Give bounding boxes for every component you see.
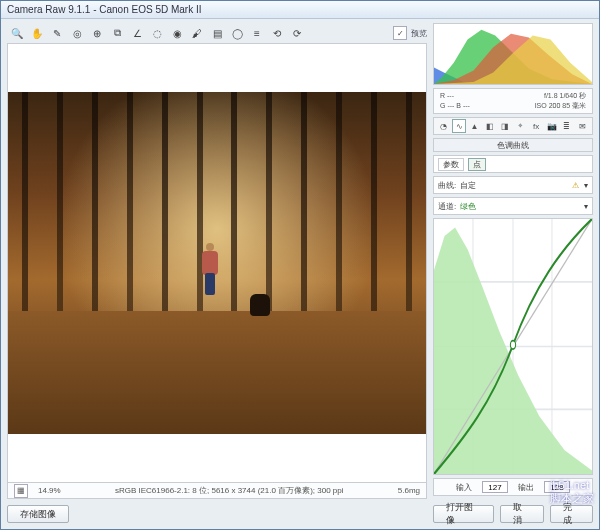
crop-icon[interactable]: ⧉ bbox=[109, 25, 125, 41]
subject-person bbox=[200, 243, 220, 295]
detail-icon[interactable]: ▲ bbox=[468, 119, 481, 133]
left-bottombar: 存储图像 bbox=[7, 499, 427, 525]
lens-icon[interactable]: ⌖ bbox=[514, 119, 527, 133]
rotate-ccw-icon[interactable]: ⟲ bbox=[269, 25, 285, 41]
subject-dog bbox=[250, 294, 270, 316]
preview-toggle[interactable]: ✓ 预览 bbox=[393, 26, 427, 40]
split-icon[interactable]: ◨ bbox=[499, 119, 512, 133]
white-balance-icon[interactable]: ✎ bbox=[49, 25, 65, 41]
chevron-down-icon[interactable]: ▾ bbox=[584, 181, 588, 190]
app-window: Camera Raw 9.1.1 - Canon EOS 5D Mark II … bbox=[0, 0, 600, 530]
curve-input-field[interactable] bbox=[482, 481, 508, 493]
output-label: 输出 bbox=[518, 482, 534, 493]
panel-tabs: ◔∿▲◧◨⌖fx📷≣✉ bbox=[433, 117, 593, 135]
input-label: 输入 bbox=[456, 482, 472, 493]
curve-preset-row: 曲线: 自定 ⚠ ▾ bbox=[433, 176, 593, 194]
open-image-button[interactable]: 打开图像 bbox=[433, 505, 494, 523]
radial-filter-icon[interactable]: ◯ bbox=[229, 25, 245, 41]
preview-checkbox[interactable]: ✓ bbox=[393, 26, 407, 40]
zoom-level[interactable]: 14.9% bbox=[38, 486, 61, 495]
straighten-icon[interactable]: ∠ bbox=[129, 25, 145, 41]
right-pane: R --- f/1.8 1/640 秒 G --- B --- ISO 200 … bbox=[433, 23, 593, 525]
save-image-button[interactable]: 存储图像 bbox=[7, 505, 69, 523]
target-adjust-icon[interactable]: ⊕ bbox=[89, 25, 105, 41]
svg-point-12 bbox=[510, 341, 515, 350]
mode-tabs: 参数 点 bbox=[433, 155, 593, 173]
hsl-icon[interactable]: ◧ bbox=[483, 119, 496, 133]
tab-parametric[interactable]: 参数 bbox=[438, 158, 464, 171]
f-number: 5.6mg bbox=[398, 486, 420, 495]
camera-icon[interactable]: 📷 bbox=[545, 119, 558, 133]
tab-point[interactable]: 点 bbox=[468, 158, 486, 171]
basic-icon[interactable]: ◔ bbox=[437, 119, 450, 133]
content-area: 🔍✋✎◎⊕⧉∠◌◉🖌▤◯≡⟲⟳ ✓ 预览 bbox=[1, 19, 599, 529]
tone-curve[interactable] bbox=[433, 218, 593, 475]
preview-label: 预览 bbox=[411, 28, 427, 39]
prefs-icon[interactable]: ≡ bbox=[249, 25, 265, 41]
spot-removal-icon[interactable]: ◌ bbox=[149, 25, 165, 41]
adjust-brush-icon[interactable]: 🖌 bbox=[189, 25, 205, 41]
channel-label: 通道: bbox=[438, 201, 456, 212]
warning-icon[interactable]: ⚠ bbox=[570, 180, 580, 190]
image-info[interactable]: sRGB IEC61966-2.1: 8 位; 5616 x 3744 (21.… bbox=[71, 485, 388, 496]
exif-readout: R --- f/1.8 1/640 秒 G --- B --- ISO 200 … bbox=[433, 88, 593, 114]
zoom-icon[interactable]: 🔍 bbox=[9, 25, 25, 41]
channel-value[interactable]: 绿色 bbox=[460, 201, 580, 212]
color-sampler-icon[interactable]: ◎ bbox=[69, 25, 85, 41]
toolbar: 🔍✋✎◎⊕⧉∠◌◉🖌▤◯≡⟲⟳ bbox=[7, 23, 307, 43]
status-bar: ▦ 14.9% sRGB IEC61966-2.1: 8 位; 5616 x 3… bbox=[7, 483, 427, 499]
graduated-filter-icon[interactable]: ▤ bbox=[209, 25, 225, 41]
titlebar[interactable]: Camera Raw 9.1.1 - Canon EOS 5D Mark II bbox=[1, 1, 599, 19]
hand-icon[interactable]: ✋ bbox=[29, 25, 45, 41]
cancel-button[interactable]: 取消 bbox=[500, 505, 544, 523]
channel-row: 通道: 绿色 ▾ bbox=[433, 197, 593, 215]
presets-icon[interactable]: ≣ bbox=[560, 119, 573, 133]
done-button[interactable]: 完成 bbox=[550, 505, 594, 523]
rotate-cw-icon[interactable]: ⟳ bbox=[289, 25, 305, 41]
snapshots-icon[interactable]: ✉ bbox=[576, 119, 589, 133]
curve-label: 曲线: bbox=[438, 180, 456, 191]
image-preview[interactable] bbox=[7, 43, 427, 483]
zoom-out-icon[interactable]: ▦ bbox=[14, 484, 28, 498]
curve-tab-icon[interactable]: ∿ bbox=[452, 119, 465, 133]
fx-icon[interactable]: fx bbox=[529, 119, 542, 133]
preview-image bbox=[8, 92, 426, 434]
chevron-down-icon[interactable]: ▾ bbox=[584, 202, 588, 211]
panel-title: 色调曲线 bbox=[433, 138, 593, 152]
histogram[interactable] bbox=[433, 23, 593, 85]
curve-value[interactable]: 自定 bbox=[460, 180, 566, 191]
window-title: Camera Raw 9.1.1 - Canon EOS 5D Mark II bbox=[7, 4, 593, 15]
redeye-icon[interactable]: ◉ bbox=[169, 25, 185, 41]
watermark: jb51.net 脚本之家 bbox=[550, 479, 594, 506]
left-pane: 🔍✋✎◎⊕⧉∠◌◉🖌▤◯≡⟲⟳ ✓ 预览 bbox=[7, 23, 427, 525]
